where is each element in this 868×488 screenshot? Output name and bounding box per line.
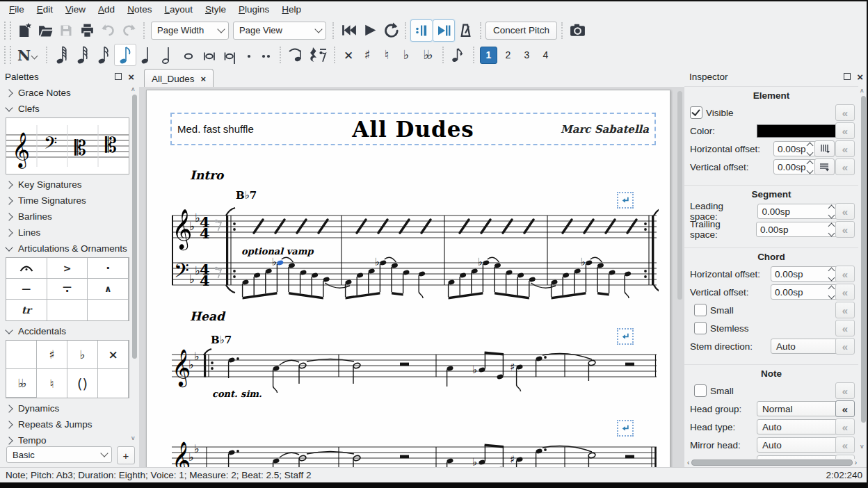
chord-small-checkbox[interactable] bbox=[694, 304, 707, 316]
stem-direction-select[interactable]: Auto bbox=[771, 339, 839, 354]
menu-view[interactable]: View bbox=[59, 1, 92, 18]
half-note-button[interactable] bbox=[157, 44, 178, 65]
inspector-hscrollbar[interactable]: ‹ › bbox=[687, 459, 857, 466]
third-system[interactable]: 𝄞♭♭♭♯ bbox=[172, 426, 659, 467]
augmentation-dot-button[interactable] bbox=[241, 44, 257, 65]
flip-direction-button[interactable] bbox=[448, 44, 469, 65]
reset-mirror-head-button[interactable]: « bbox=[835, 437, 855, 453]
open-button[interactable] bbox=[35, 20, 56, 41]
double-sharp-button[interactable]: × bbox=[339, 44, 357, 65]
composer-text[interactable]: Marc Sabatella bbox=[517, 123, 649, 136]
trailing-space-spinbox[interactable]: 0.00sp bbox=[756, 222, 839, 237]
reset-chord-voffset-button[interactable]: « bbox=[835, 284, 855, 300]
double-flat-button[interactable]: ♭♭ bbox=[416, 44, 438, 65]
add-workspace-button[interactable]: + bbox=[117, 446, 135, 464]
view-mode-select[interactable]: Page View bbox=[233, 22, 326, 40]
toolbar-drag-handle[interactable] bbox=[4, 46, 11, 64]
head-group-select[interactable]: Normal bbox=[757, 401, 839, 416]
reset-visible-button[interactable]: « bbox=[835, 104, 855, 121]
marcato-cell[interactable]: ∧ bbox=[88, 279, 129, 300]
scroll-down-icon[interactable]: ᴠ bbox=[131, 435, 137, 441]
menu-edit[interactable]: Edit bbox=[31, 1, 59, 18]
note-input-button[interactable]: N bbox=[14, 44, 42, 65]
score-title[interactable]: All Dudes bbox=[310, 117, 517, 142]
clef-cells[interactable]: 𝄞 𝄢 𝄡 𝄡 bbox=[6, 118, 129, 174]
voice-3-button[interactable]: 3 bbox=[519, 47, 535, 63]
empty-cell[interactable] bbox=[47, 300, 88, 320]
eighth-note-button[interactable] bbox=[114, 44, 136, 66]
leading-space-spinbox[interactable]: 0.00sp bbox=[757, 204, 839, 219]
tie-button[interactable] bbox=[285, 44, 306, 65]
palette-item-clefs[interactable]: Clefs bbox=[0, 101, 139, 117]
menu-help[interactable]: Help bbox=[275, 1, 307, 18]
scroll-right-icon[interactable]: › bbox=[855, 459, 857, 466]
new-score-button[interactable] bbox=[14, 20, 35, 41]
natural-button[interactable]: ♮ bbox=[377, 44, 396, 65]
rehearsal-mark-intro[interactable]: Intro bbox=[190, 168, 223, 182]
toolbar-drag-handle[interactable] bbox=[4, 22, 11, 40]
close-tab-icon[interactable]: × bbox=[201, 74, 207, 84]
score-scrollbar[interactable] bbox=[677, 91, 682, 300]
reset-stem-direction-button[interactable]: « bbox=[835, 338, 855, 355]
palettes-scrollbar[interactable] bbox=[132, 95, 137, 359]
clefs-palette-grid[interactable]: 𝄞 𝄢 𝄡 𝄡 bbox=[6, 117, 129, 174]
palette-item-accidentals[interactable]: Accidentals bbox=[0, 323, 139, 339]
double-dot-button[interactable] bbox=[257, 44, 275, 65]
palette-item-lines[interactable]: Lines bbox=[0, 225, 139, 241]
workspace-select[interactable]: Basic bbox=[6, 446, 112, 463]
hoffset-spinbox[interactable]: 0.00sp bbox=[773, 141, 817, 156]
menu-layout[interactable]: Layout bbox=[158, 1, 199, 18]
mirror-head-select[interactable]: Auto bbox=[757, 437, 839, 453]
empty-cell[interactable] bbox=[88, 300, 129, 320]
visible-checkbox[interactable] bbox=[690, 106, 702, 119]
palette-item-articulations[interactable]: Articulations & Ornaments bbox=[0, 241, 139, 257]
chord-hoffset-spinbox[interactable]: 0.00sp bbox=[771, 266, 839, 282]
double-sharp-cell[interactable]: × bbox=[98, 341, 129, 369]
voffset-spinbox[interactable]: 0.00sp bbox=[773, 159, 817, 174]
palette-item-grace-notes[interactable]: Grace Notes bbox=[0, 85, 139, 101]
redo-button[interactable] bbox=[118, 20, 139, 41]
scroll-up-icon[interactable]: ᴧ bbox=[131, 86, 137, 92]
menu-notes[interactable]: Notes bbox=[121, 1, 158, 18]
stemless-checkbox[interactable] bbox=[694, 322, 707, 334]
menu-style[interactable]: Style bbox=[199, 1, 232, 18]
sharp-cell[interactable]: ♯ bbox=[37, 341, 67, 369]
reset-chord-small-button[interactable]: « bbox=[835, 302, 855, 318]
accent-cell[interactable]: > bbox=[47, 258, 88, 279]
chord-voffset-spinbox[interactable]: 0.00sp bbox=[771, 284, 839, 300]
portato-cell[interactable]: —· bbox=[47, 279, 88, 300]
rehearsal-mark-head[interactable]: Head bbox=[190, 309, 225, 323]
image-capture-button[interactable] bbox=[567, 20, 588, 41]
snap-vertical-button[interactable] bbox=[814, 158, 835, 175]
reset-trailing-button[interactable]: « bbox=[835, 221, 855, 238]
head-type-select[interactable]: Auto bbox=[757, 419, 839, 434]
scroll-left-icon[interactable]: ‹ bbox=[687, 459, 689, 466]
palette-item-time-signatures[interactable]: Time Signatures bbox=[0, 193, 139, 209]
voice-2-button[interactable]: 2 bbox=[500, 47, 516, 63]
close-panel-icon[interactable]: × bbox=[128, 72, 134, 82]
metronome-button[interactable] bbox=[455, 20, 476, 41]
sharp-button[interactable]: ♯ bbox=[357, 44, 377, 65]
palette-item-repeats-jumps[interactable]: Repeats & Jumps bbox=[0, 416, 139, 432]
system-break-icon[interactable] bbox=[617, 328, 634, 345]
zoom-select[interactable]: Page Width bbox=[151, 22, 229, 40]
quarter-note-button[interactable] bbox=[136, 44, 157, 65]
empty-cell[interactable] bbox=[6, 341, 37, 369]
parentheses-cell[interactable]: () bbox=[67, 369, 98, 398]
float-panel-icon[interactable] bbox=[115, 73, 122, 80]
fermata-cell[interactable] bbox=[6, 258, 47, 279]
score-tab[interactable]: All_Dudes × bbox=[144, 69, 214, 88]
reset-head-type-button[interactable]: « bbox=[835, 418, 855, 435]
staccato-cell[interactable]: · bbox=[88, 258, 129, 279]
note-small-checkbox[interactable] bbox=[694, 384, 707, 397]
rest-button[interactable] bbox=[306, 44, 330, 65]
voice-4-button[interactable]: 4 bbox=[538, 47, 554, 63]
color-swatch[interactable] bbox=[757, 124, 839, 138]
inspector-scrollbar[interactable] bbox=[861, 96, 866, 423]
palette-item-dynamics[interactable]: Dynamics bbox=[0, 400, 139, 416]
flat-cell[interactable]: ♭ bbox=[67, 341, 98, 369]
64th-note-button[interactable] bbox=[51, 44, 72, 65]
reset-hoffset-button[interactable]: « bbox=[835, 140, 855, 157]
float-panel-icon[interactable] bbox=[844, 73, 851, 80]
flat-button[interactable]: ♭ bbox=[396, 44, 416, 65]
